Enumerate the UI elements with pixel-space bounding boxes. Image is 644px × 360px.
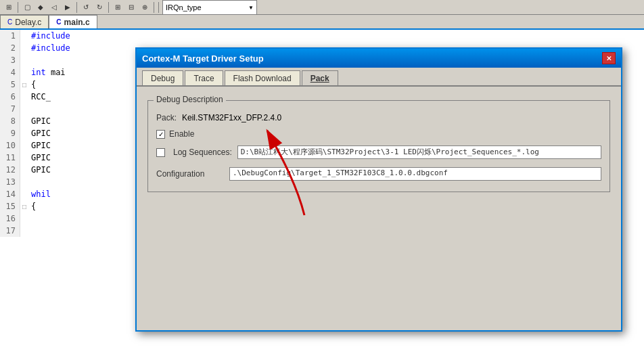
log-seq-input[interactable]: D:\B站江科大\程序源码\STM32Project\3-1 LED闪烁\Pro…: [237, 145, 601, 159]
code-line-9: 9 GPIC: [0, 127, 135, 139]
code-line-12: 12 GPIC: [0, 164, 135, 176]
code-line-11: 11 GPIC: [0, 152, 135, 164]
toolbar: ⊞ ▢ ◆ ◁ ▶ ↺ ↻ ⊞ ⊟ ⊕ IRQn_type ▼ ⊕ ⊕ ● ○ …: [0, 0, 644, 15]
code-lines: 1 #include 2 #include 3 4 int mai 5 □ { …: [0, 30, 135, 237]
code-line-15: 15 □ {: [0, 200, 135, 212]
close-icon: ✕: [606, 55, 612, 62]
code-line-4: 4 int mai: [0, 66, 135, 78]
toolbar-icon-7[interactable]: ↻: [93, 1, 106, 14]
code-line-10: 10 GPIC: [0, 139, 135, 152]
config-label: Configuration: [156, 169, 224, 179]
enable-label: Enable: [169, 129, 194, 139]
config-value-field[interactable]: .\DebugConfig\Target_1_STM32F103C8_1.0.0…: [229, 167, 601, 181]
dropdown-arrow: ▼: [248, 5, 254, 11]
toolbar-sep-5: [158, 2, 159, 13]
enable-checkbox-row: ✓ Enable: [156, 129, 601, 139]
tab-debug-label: Debug: [151, 74, 175, 83]
toolbar-icon-10[interactable]: ⊕: [139, 1, 151, 14]
log-seq-value: D:\B站江科大\程序源码\STM32Project\3-1 LED闪烁\Pro…: [241, 148, 539, 156]
toolbar-sep-1: [18, 2, 18, 13]
tab-flash-download[interactable]: Flash Download: [225, 70, 300, 85]
enable-checkbox[interactable]: ✓: [156, 130, 165, 139]
dialog-title: Cortex-M Target Driver Setup: [142, 53, 602, 64]
code-line-3: 3: [0, 54, 135, 66]
toolbar-icon-3[interactable]: ◆: [34, 1, 47, 14]
log-seq-row: Log Sequences: D:\B站江科大\程序源码\STM32Projec…: [156, 145, 601, 159]
tab-pack[interactable]: Pack: [302, 70, 338, 85]
code-line-1: 1 #include: [0, 30, 135, 42]
config-row: Configuration .\DebugConfig\Target_1_STM…: [156, 167, 601, 181]
tab-trace[interactable]: Trace: [185, 70, 223, 85]
code-line-7: 7: [0, 103, 135, 115]
tab-trace-label: Trace: [193, 74, 214, 83]
log-seq-checkbox[interactable]: [156, 148, 165, 157]
group-box-label: Debug Description: [154, 95, 226, 104]
tab-debug[interactable]: Debug: [142, 70, 183, 85]
code-line-6: 6 RCC_: [0, 91, 135, 103]
dialog-titlebar: Cortex-M Target Driver Setup ✕: [137, 49, 621, 68]
toolbar-sep-3: [108, 2, 109, 13]
code-line-2: 2 #include: [0, 42, 135, 54]
toolbar-icon-2[interactable]: ▢: [21, 1, 33, 14]
dialog-content: Debug Description Pack: Keil.STM32F1xx_D…: [137, 87, 621, 200]
tab-flash-download-label: Flash Download: [233, 74, 292, 83]
tab-delay-c[interactable]: C Delay.c: [0, 15, 49, 28]
code-line-13: 13: [0, 176, 135, 188]
dialog-tab-bar: Debug Trace Flash Download Pack: [137, 68, 621, 87]
delay-c-icon: C: [7, 18, 12, 26]
toolbar-icon-5[interactable]: ▶: [62, 1, 74, 14]
irqn-type-dropdown[interactable]: IRQn_type ▼: [162, 0, 257, 15]
toolbar-sep-2: [76, 2, 77, 13]
main-c-icon: C: [56, 18, 61, 26]
toolbar-icon-9[interactable]: ⊟: [125, 1, 137, 14]
cortex-m-dialog: Cortex-M Target Driver Setup ✕ Debug Tra…: [135, 47, 622, 332]
file-tab-bar: C Delay.c C main.c: [0, 15, 644, 30]
main-c-label: main.c: [64, 18, 90, 27]
toolbar-icon-8[interactable]: ⊞: [112, 1, 124, 14]
code-line-14: 14 whil: [0, 188, 135, 200]
toolbar-sep-4: [154, 2, 154, 13]
pack-label: Pack:: [156, 113, 177, 122]
tab-pack-label: Pack: [310, 74, 329, 83]
code-editor: 1 #include 2 #include 3 4 int mai 5 □ { …: [0, 30, 135, 360]
config-value: .\DebugConfig\Target_1_STM32F103C8_1.0.0…: [233, 168, 448, 177]
code-line-16: 16: [0, 212, 135, 225]
pack-value: Keil.STM32F1xx_DFP.2.4.0: [182, 113, 281, 122]
delay-c-label: Delay.c: [15, 18, 41, 27]
toolbar-icon-6[interactable]: ↺: [80, 1, 92, 14]
pack-field-row: Pack: Keil.STM32F1xx_DFP.2.4.0: [156, 113, 601, 122]
code-line-8: 8 GPIC: [0, 115, 135, 127]
code-line-17: 17: [0, 225, 135, 237]
tab-main-c[interactable]: C main.c: [49, 15, 97, 28]
toolbar-icon-1[interactable]: ⊞: [3, 1, 15, 14]
check-icon: ✓: [158, 131, 164, 138]
dropdown-value: IRQn_type: [166, 3, 202, 12]
toolbar-icon-4[interactable]: ◁: [48, 1, 60, 14]
code-line-5: 5 □ {: [0, 78, 135, 91]
debug-description-group: Debug Description Pack: Keil.STM32F1xx_D…: [147, 100, 610, 192]
log-seq-label: Log Sequences:: [173, 148, 232, 157]
dialog-close-button[interactable]: ✕: [602, 52, 616, 64]
